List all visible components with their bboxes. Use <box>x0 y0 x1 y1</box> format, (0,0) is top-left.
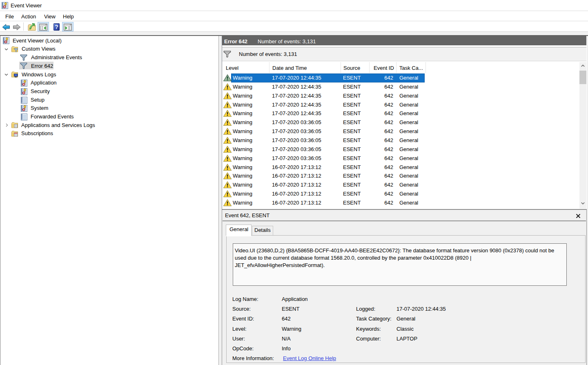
svg-text:?: ? <box>55 24 58 30</box>
